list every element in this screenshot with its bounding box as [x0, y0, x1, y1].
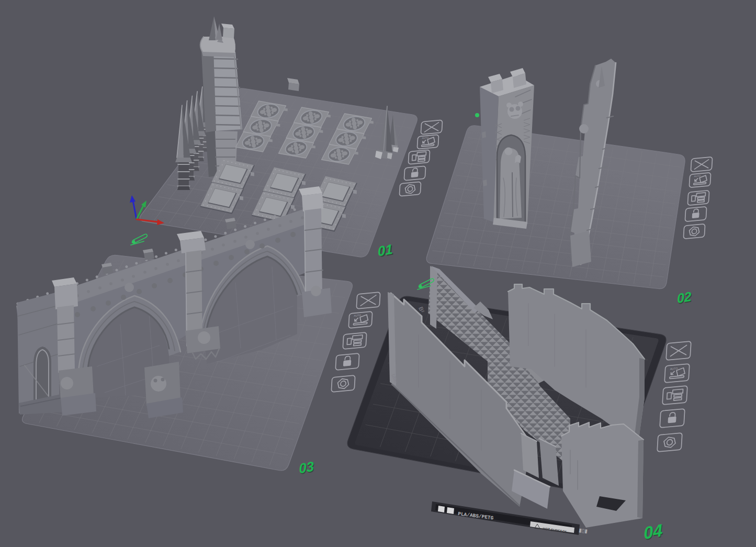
svg-text:04: 04: [643, 520, 663, 543]
svg-text:02: 02: [676, 289, 692, 306]
svg-text:03: 03: [298, 458, 314, 476]
svg-text:▮▯▮: ▮▯▮: [579, 527, 588, 534]
svg-text:01: 01: [377, 241, 393, 260]
